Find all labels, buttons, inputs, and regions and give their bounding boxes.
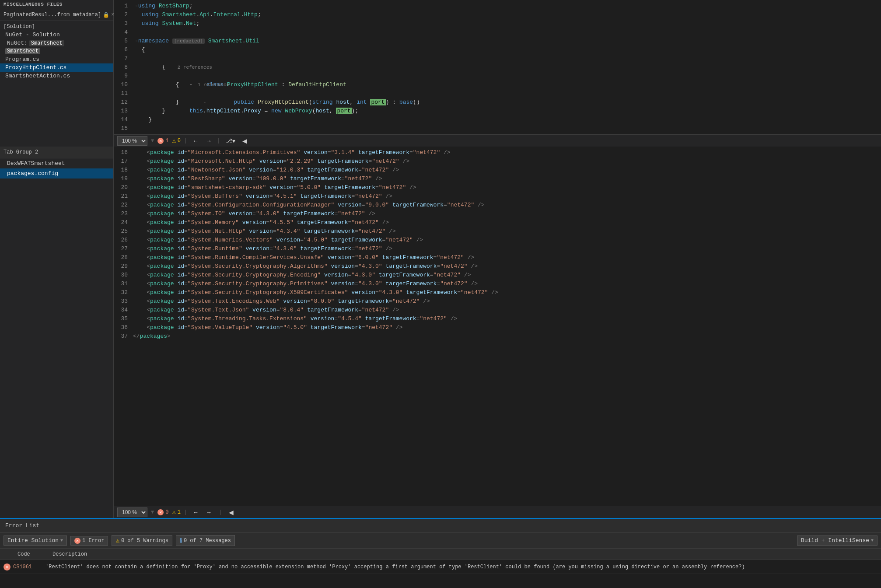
xml-error-icon: ✕ — [157, 509, 164, 515]
error-desc-0: 'RestClient' does not contain a definiti… — [45, 564, 878, 570]
nuget-label: NuGet: — [7, 40, 28, 46]
error-list-toolbar: Entire Solution ▼ ✕ 1 Error ⚠ 0 of 5 War… — [0, 533, 881, 549]
warn-triangle-icon: ⚠ — [172, 137, 175, 144]
xml-line-24: <package id="System.Memory" version="4.5… — [131, 218, 881, 227]
lock-icon: 🔒 — [103, 12, 109, 18]
messages-label: 0 of 7 Messages — [184, 538, 231, 544]
error-badge-icon: ✕ — [74, 538, 80, 544]
xml-warn-icon: ⚠ — [172, 508, 175, 516]
nav-forward-button[interactable]: → — [204, 136, 213, 145]
error-type-icon-0: ✕ — [3, 564, 10, 570]
code-line-7: 2 references - class ProxyHttpClient : D… — [131, 54, 881, 63]
xml-line-21: <package id="System.Buffers" version="4.… — [131, 192, 881, 201]
scope-dropdown-icon: ▼ — [60, 538, 63, 543]
code-line-1: -using RestSharp; — [131, 2, 881, 10]
code-lines: -using RestSharp; using Smartsheet.Api.I… — [131, 0, 881, 134]
scroll-left[interactable]: ◀ — [241, 136, 249, 145]
build-selector[interactable]: Build + IntelliSense ▼ — [797, 536, 878, 546]
separator-2: | — [217, 138, 220, 144]
errors-label: 1 Error — [82, 538, 104, 544]
zoom-select-editor[interactable]: 100 % — [117, 136, 147, 146]
xml-line-18: <package id="Newtonsoft.Json" version="1… — [131, 166, 881, 175]
error-list-panel: Error List Entire Solution ▼ ✕ 1 Error ⚠… — [0, 518, 881, 588]
nuget-solution-item[interactable]: NuGet - Solution — [0, 31, 113, 39]
xml-line-22: <package id="System.Configuration.Config… — [131, 201, 881, 210]
misc-files-label: Miscellaneous Files — [0, 0, 113, 9]
warn-count: 0 — [178, 138, 181, 144]
tab-label: PaginatedResul...from metadata] — [3, 12, 101, 18]
xml-line-33: <package id="System.Text.Encodings.Web" … — [131, 297, 881, 306]
xml-line-17: <package id="Microsoft.Net.Http" version… — [131, 157, 881, 166]
separator-1: | — [184, 138, 187, 144]
xml-line-26: <package id="System.Numerics.Vectors" ve… — [131, 236, 881, 245]
warn-badge-editor: ⚠ 0 — [172, 137, 181, 144]
xml-warn-badge: ⚠ 1 — [172, 508, 181, 516]
tab-group-2-header: Tab Group 2 — [0, 147, 113, 158]
xml-line-numbers: 1617181920 2122232425 2627282930 3132333… — [114, 147, 131, 506]
xml-line-34: <package id="System.Text.Json" version="… — [131, 306, 881, 315]
program-cs-item[interactable]: Program.cs — [0, 55, 113, 63]
code-line-3: using System.Net; — [131, 19, 881, 28]
error-table: ✕ CS1061 'RestClient' does not contain a… — [0, 560, 881, 588]
messages-badge-btn[interactable]: ℹ 0 of 7 Messages — [176, 535, 235, 546]
code-col-header[interactable]: Code — [14, 551, 49, 557]
error-icon: ✕ — [157, 138, 164, 144]
error-count: 1 — [165, 138, 168, 144]
code-line-8: { — [131, 63, 881, 72]
nuget-row: NuGet: Smartsheet — [0, 39, 113, 47]
error-row-0[interactable]: ✕ CS1061 'RestClient' does not contain a… — [0, 560, 881, 574]
xml-error-count: 0 — [165, 509, 168, 515]
xml-line-19: <package id="RestSharp" version="109.0.0… — [131, 175, 881, 183]
build-label: Build + IntelliSense — [801, 537, 869, 544]
xml-line-20: <package id="smartsheet-csharp-sdk" vers… — [131, 183, 881, 192]
sidebar-tab[interactable]: PaginatedResul...from metadata] 🔒 × — [0, 9, 113, 21]
xml-line-29: <package id="System.Security.Cryptograph… — [131, 262, 881, 271]
xml-sep-1: | — [184, 509, 187, 515]
code-line-5: -namespace [redacted] Smartsheet.Util — [131, 37, 881, 46]
warnings-badge-btn[interactable]: ⚠ 0 of 5 Warnings — [112, 535, 172, 546]
code-line-9: 1 reference - public ProxyHttpClient(str… — [131, 72, 881, 80]
xml-nav-back-button[interactable]: ← — [191, 508, 200, 517]
warn-badge-icon: ⚠ — [115, 537, 119, 544]
xml-line-35: <package id="System.Threading.Tasks.Exte… — [131, 315, 881, 323]
error-list-header: Error List — [0, 519, 881, 533]
xml-scroll-left[interactable]: ◀ — [227, 508, 235, 517]
msg-icon: ℹ — [180, 537, 182, 544]
zoom-select-xml[interactable]: 100 % — [117, 508, 147, 517]
xml-line-28: <package id="System.Runtime.CompilerServ… — [131, 253, 881, 262]
xml-warn-count: 1 — [178, 509, 181, 515]
smartsheet-badge: Smartsheet — [5, 48, 40, 54]
scope-selector[interactable]: Entire Solution ▼ — [3, 536, 67, 546]
xml-line-36: <package id="System.ValueTuple" version=… — [131, 323, 881, 332]
nav-back-button[interactable]: ← — [191, 136, 200, 145]
xml-line-30: <package id="System.Security.Cryptograph… — [131, 271, 881, 280]
build-dropdown-icon: ▼ — [871, 538, 874, 543]
line-numbers: 12345 678910 1112131415 — [114, 0, 131, 134]
smartsheet-action-item[interactable]: SmartsheetAction.cs — [0, 72, 113, 80]
xml-lines: <package id="Microsoft.Extensions.Primit… — [131, 147, 881, 506]
xml-line-16: <package id="Microsoft.Extensions.Primit… — [131, 148, 881, 157]
branch-button[interactable]: ⎇▾ — [224, 136, 237, 145]
error-badge-editor: ✕ 1 — [157, 138, 168, 144]
editor-statusbar: 100 % ▼ ✕ 1 ⚠ 0 | ← → | ⎇▾ ◀ — [114, 134, 881, 147]
xml-nav-forward-button[interactable]: → — [204, 508, 213, 517]
xml-line-23: <package id="System.IO" version="4.3.0" … — [131, 210, 881, 218]
xml-statusbar: 100 % ▼ ✕ 0 ⚠ 1 | ← → | ◀ — [114, 506, 881, 518]
proxy-http-client-item[interactable]: ProxyHttpClient.cs — [0, 63, 113, 72]
xml-line-32: <package id="System.Security.Cryptograph… — [131, 288, 881, 297]
errors-badge-btn[interactable]: ✕ 1 Error — [70, 536, 108, 546]
xml-error-badge: ✕ 0 — [157, 509, 168, 515]
code-line-15 — [131, 124, 881, 133]
desc-col-header[interactable]: Description — [49, 551, 878, 557]
packages-config-item[interactable]: packages.config — [0, 168, 113, 178]
error-table-header: Code Description — [0, 549, 881, 560]
xml-line-37: </packages> — [131, 332, 881, 341]
dexwfat-item[interactable]: DexWFATSmartsheet — [0, 158, 113, 168]
warnings-label: 0 of 5 Warnings — [121, 538, 168, 544]
code-line-6: { — [131, 46, 881, 54]
code-line-14: } — [131, 116, 881, 124]
scope-label: Entire Solution — [7, 537, 59, 544]
nuget-value: Smartsheet — [29, 40, 64, 46]
error-code-0[interactable]: CS1061 — [13, 564, 45, 570]
code-line-2: using Smartsheet.Api.Internal.Http; — [131, 10, 881, 19]
